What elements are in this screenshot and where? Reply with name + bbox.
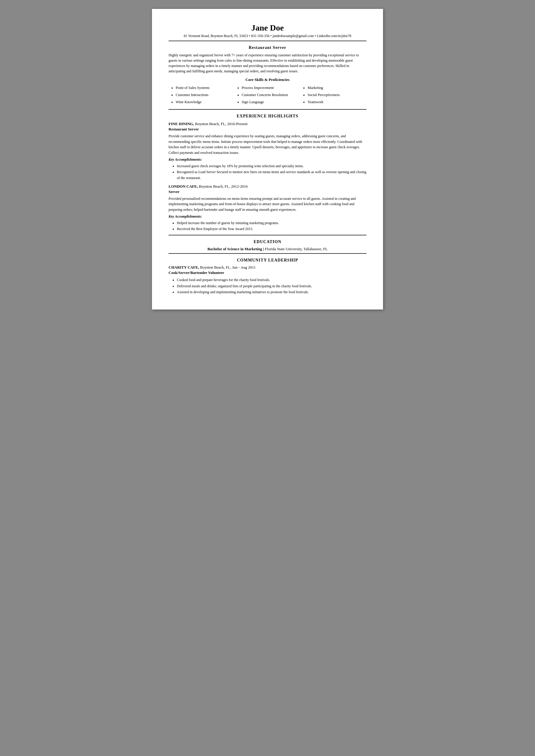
skill-item: Teamwork xyxy=(307,99,366,106)
job-1-role: Restaurant Server xyxy=(169,127,366,132)
education-title: EDUCATION xyxy=(169,240,366,244)
job-1-place: FINE DINING, Boynton Beach, FL, 2016-Pre… xyxy=(169,122,366,126)
community-place: CHARITY CAFE, Boynton Beach, FL, Jun - A… xyxy=(169,265,366,270)
job-1-desc: Provide customer service and enhance din… xyxy=(169,134,366,155)
community-org: CHARITY CAFE, xyxy=(169,265,199,269)
skills-divider xyxy=(169,109,366,110)
skill-item: Process Improvement xyxy=(242,84,301,92)
job-2-accomplishments: Helped increase the number of guests by … xyxy=(169,220,366,232)
skill-item: Sign Language xyxy=(242,99,301,106)
resume-page: Jane Doe 81 Vermont Road, Boynton Beach,… xyxy=(152,9,383,310)
job-1-accomplishments: Increased guest check averages by 18% by… xyxy=(169,163,366,181)
skill-item: Customer Concerns Resolution xyxy=(242,92,301,99)
experience-divider xyxy=(169,235,366,235)
header-divider xyxy=(169,41,366,41)
job-2-role: Server xyxy=(169,190,366,194)
job-2-company: LONDON CAFE, xyxy=(169,184,198,189)
job-2-location: Boynton Beach, FL, 2012-2016 xyxy=(198,184,248,189)
objective-text: Highly energetic and organized Server wi… xyxy=(169,52,366,74)
community-role: Cook/Server/Bartender Volunteer xyxy=(169,270,366,275)
job-2-place: LONDON CAFE, Boynton Beach, FL, 2012-201… xyxy=(169,184,366,189)
degree-rest: Florida State University, Tallahassee, F… xyxy=(264,247,328,251)
skills-grid: Point of Sales Systems Customer Interact… xyxy=(169,84,366,106)
community-location: Boynton Beach, FL, Jun - Aug 2011 xyxy=(199,265,256,269)
skills-col-3: Marketing Social Perceptiveness Teamwork xyxy=(300,84,366,106)
experience-title: EXPERIENCE HIGHLIGHTS xyxy=(169,114,366,119)
degree-bold: Bachelor of Science in Marketing | xyxy=(207,247,264,251)
job-1-key-acc-label: Key Accomplishments: xyxy=(169,157,366,162)
skill-item: Social Perceptiveness xyxy=(307,92,366,99)
community-item: Cooked food and prepare beverages for th… xyxy=(177,277,366,283)
skill-item: Marketing xyxy=(307,84,366,92)
skills-col-2: Process Improvement Customer Concerns Re… xyxy=(235,84,301,106)
job-1-location: Boynton Beach, FL, 2016-Present xyxy=(194,122,248,126)
job-1-company: FINE DINING, xyxy=(169,122,194,126)
community-items: Cooked food and prepare beverages for th… xyxy=(169,277,366,295)
community-item: Assisted in developing and implementing … xyxy=(177,289,366,295)
skill-item: Customer Interactions xyxy=(176,92,235,99)
accomplishment-item: Helped increase the number of guests by … xyxy=(177,220,366,226)
job-2-desc: Provided personalized recommendations on… xyxy=(169,196,366,213)
education-entry: Bachelor of Science in Marketing | Flori… xyxy=(169,247,366,252)
community-title: COMMUNITY LEADERSHIP xyxy=(169,258,366,263)
applicant-name: Jane Doe xyxy=(169,23,366,33)
community-item: Delivered meals and drinks; organized li… xyxy=(177,283,366,289)
accomplishment-item: Increased guest check averages by 18% by… xyxy=(177,163,366,169)
skill-item: Wine Knowledge xyxy=(176,99,235,106)
job-2-key-acc-label: Key Accomplishments: xyxy=(169,214,366,219)
skill-item: Point of Sales Systems xyxy=(176,84,235,92)
education-divider xyxy=(169,253,366,254)
accomplishment-item: Received the Best Employee of the Year A… xyxy=(177,226,366,232)
objective-title: Restaurant Server xyxy=(169,45,366,50)
accomplishment-item: Recognized as Lead Server Secured to men… xyxy=(177,169,366,181)
skills-title: Core Skills & Proficiencies xyxy=(169,77,366,82)
contact-info: 81 Vermont Road, Boynton Beach, FL 33453… xyxy=(169,34,366,38)
skills-col-1: Point of Sales Systems Customer Interact… xyxy=(169,84,235,106)
